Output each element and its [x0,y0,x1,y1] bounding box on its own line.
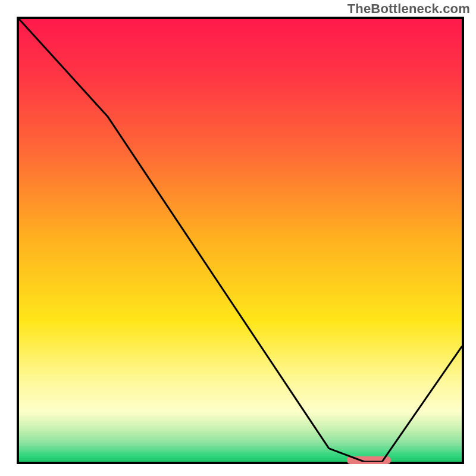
optimal-range-marker [347,456,391,464]
plot-area [17,17,464,464]
chart-container: TheBottleneck.com [0,0,476,476]
gradient-background [19,19,462,462]
watermark-text: TheBottleneck.com [347,1,470,17]
